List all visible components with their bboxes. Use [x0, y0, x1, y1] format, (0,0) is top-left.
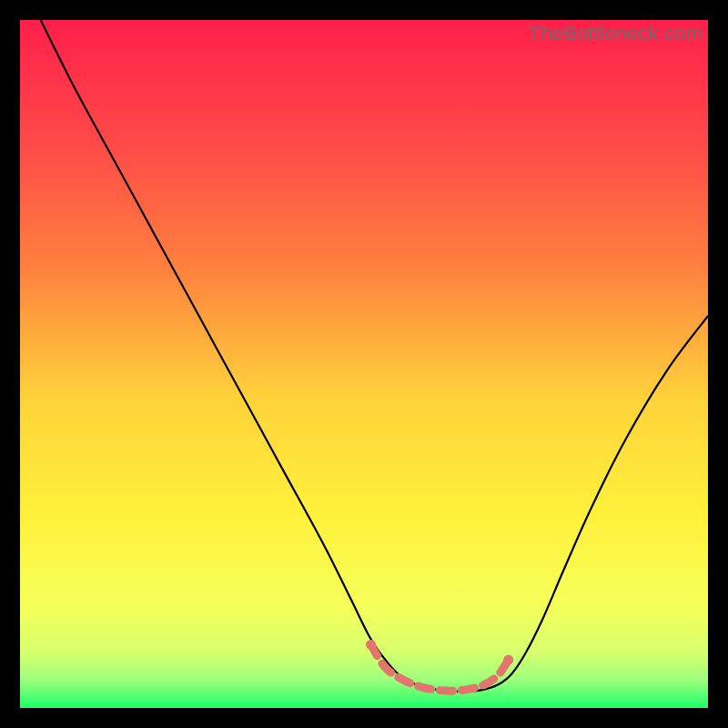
svg-point-1 [503, 655, 513, 665]
watermark-text: TheBottleneck.com [528, 22, 703, 46]
gradient-background [20, 20, 708, 708]
svg-point-0 [366, 640, 376, 650]
chart-frame: TheBottleneck.com [20, 20, 708, 708]
bottleneck-chart [20, 20, 708, 708]
